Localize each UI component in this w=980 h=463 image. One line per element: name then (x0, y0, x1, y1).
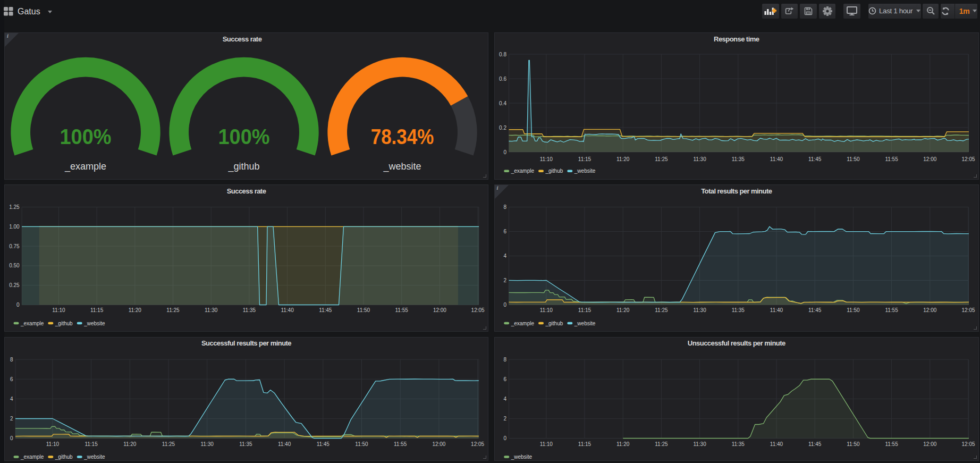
svg-text:0: 0 (10, 435, 13, 441)
svg-text:11:35: 11:35 (731, 156, 745, 162)
svg-text:2: 2 (10, 415, 13, 421)
svg-text:11:45: 11:45 (808, 441, 822, 447)
svg-text:2: 2 (503, 415, 506, 421)
svg-text:1.25: 1.25 (9, 204, 20, 210)
svg-text:11:15: 11:15 (85, 441, 98, 447)
svg-text:11:35: 11:35 (731, 307, 745, 313)
svg-text:11:25: 11:25 (655, 441, 668, 447)
svg-text:11:45: 11:45 (319, 307, 332, 313)
svg-text:_website: _website (510, 454, 532, 460)
svg-text:12:05: 12:05 (961, 156, 975, 162)
svg-text:11:20: 11:20 (616, 441, 630, 447)
svg-text:11:40: 11:40 (281, 307, 294, 313)
svg-text:_example: _example (20, 454, 44, 460)
svg-text:2: 2 (503, 277, 506, 283)
svg-text:11:35: 11:35 (239, 441, 252, 447)
svg-text:0.4: 0.4 (499, 100, 506, 106)
svg-text:11:10: 11:10 (539, 307, 553, 313)
svg-text:4: 4 (503, 253, 506, 259)
svg-text:12:05: 12:05 (471, 441, 484, 447)
svg-text:_example: _example (510, 321, 534, 326)
svg-text:_website: _website (573, 321, 595, 326)
svg-text:11:25: 11:25 (655, 307, 668, 313)
svg-text:_example: _example (510, 168, 534, 174)
svg-text:100%: 100% (60, 125, 112, 148)
svg-text:11:40: 11:40 (770, 156, 783, 162)
svg-text:11:30: 11:30 (201, 441, 214, 447)
svg-text:_github: _github (55, 321, 73, 326)
svg-text:11:30: 11:30 (693, 441, 706, 447)
svg-text:100%: 100% (218, 125, 270, 148)
svg-text:1.00: 1.00 (9, 224, 20, 230)
svg-text:0.25: 0.25 (9, 282, 20, 288)
svg-text:0.75: 0.75 (9, 243, 20, 249)
svg-text:_website: _website (383, 161, 421, 172)
svg-text:11:50: 11:50 (847, 441, 860, 447)
svg-text:11:20: 11:20 (616, 307, 630, 313)
svg-text:11:55: 11:55 (885, 307, 898, 313)
svg-text:8: 8 (503, 204, 506, 210)
svg-text:11:10: 11:10 (539, 156, 553, 162)
svg-text:11:45: 11:45 (808, 156, 822, 162)
svg-text:11:20: 11:20 (616, 156, 630, 162)
svg-text:11:10: 11:10 (46, 441, 60, 447)
svg-text:_github: _github (545, 321, 563, 326)
svg-text:11:15: 11:15 (578, 441, 591, 447)
svg-text:12:00: 12:00 (923, 307, 936, 313)
svg-text:6: 6 (10, 376, 13, 382)
svg-text:12:05: 12:05 (961, 441, 975, 447)
svg-text:11:30: 11:30 (693, 307, 706, 313)
svg-text:11:45: 11:45 (317, 441, 330, 447)
svg-text:0.8: 0.8 (499, 52, 506, 57)
svg-text:8: 8 (503, 356, 506, 362)
svg-text:11:50: 11:50 (355, 441, 368, 447)
svg-text:11:55: 11:55 (885, 441, 898, 447)
svg-text:11:50: 11:50 (847, 307, 860, 313)
svg-text:11:50: 11:50 (847, 156, 860, 162)
svg-text:11:55: 11:55 (885, 156, 898, 162)
svg-text:12:00: 12:00 (923, 441, 936, 447)
svg-text:11:40: 11:40 (770, 441, 783, 447)
svg-text:_github: _github (227, 161, 259, 172)
svg-text:0: 0 (503, 149, 506, 155)
svg-text:12:00: 12:00 (433, 307, 446, 313)
svg-text:11:25: 11:25 (162, 441, 175, 447)
svg-text:11:55: 11:55 (395, 307, 409, 313)
svg-text:0.50: 0.50 (9, 263, 20, 268)
svg-text:_website: _website (573, 168, 595, 174)
svg-text:12:00: 12:00 (432, 441, 445, 447)
svg-text:11:40: 11:40 (770, 307, 783, 313)
svg-text:0: 0 (503, 302, 506, 308)
svg-text:11:40: 11:40 (278, 441, 291, 447)
svg-text:_github: _github (545, 168, 563, 174)
svg-text:_example: _example (20, 321, 44, 326)
svg-text:11:25: 11:25 (166, 307, 180, 313)
svg-text:11:35: 11:35 (243, 307, 256, 313)
svg-text:11:10: 11:10 (539, 441, 553, 447)
svg-text:6: 6 (503, 376, 506, 382)
svg-text:12:00: 12:00 (923, 156, 936, 162)
svg-text:11:20: 11:20 (129, 307, 142, 313)
svg-text:11:30: 11:30 (205, 307, 218, 313)
svg-text:0.2: 0.2 (499, 125, 506, 131)
svg-text:11:25: 11:25 (655, 156, 668, 162)
svg-text:12:05: 12:05 (961, 307, 975, 313)
svg-text:0: 0 (16, 302, 20, 308)
svg-text:4: 4 (10, 395, 13, 401)
svg-text:8: 8 (10, 356, 13, 362)
svg-text:78.34%: 78.34% (371, 125, 434, 148)
svg-text:11:20: 11:20 (123, 441, 137, 447)
svg-text:_website: _website (83, 454, 105, 460)
svg-text:0.6: 0.6 (499, 76, 506, 82)
svg-text:0: 0 (503, 435, 506, 441)
svg-text:12:05: 12:05 (471, 307, 485, 313)
svg-text:_example: _example (64, 161, 106, 172)
svg-text:6: 6 (503, 229, 506, 234)
svg-text:4: 4 (503, 395, 506, 401)
svg-text:11:15: 11:15 (578, 307, 591, 313)
svg-text:11:35: 11:35 (731, 441, 745, 447)
svg-text:11:30: 11:30 (693, 156, 706, 162)
svg-text:11:55: 11:55 (394, 441, 407, 447)
svg-text:11:10: 11:10 (52, 307, 65, 313)
svg-text:11:50: 11:50 (357, 307, 370, 313)
